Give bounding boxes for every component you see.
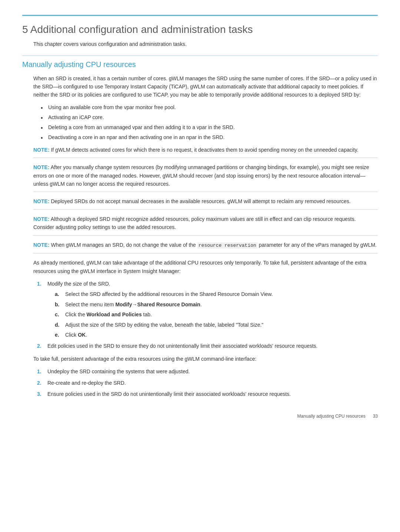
note-text-before: When gWLM manages an SRD, do not change … bbox=[51, 242, 197, 248]
list-item: Deactivating a core in an npar and then … bbox=[41, 134, 378, 141]
middle-paragraph: As already mentioned, gWLM can take adva… bbox=[33, 259, 378, 275]
sub-text-before: Select the menu item bbox=[65, 302, 115, 307]
note-text: If gWLM detects activated cores for whic… bbox=[51, 147, 358, 153]
step-number: 2. bbox=[37, 342, 41, 350]
sim-steps-list: 1. Modify the size of the SRD. a. Select… bbox=[37, 280, 378, 350]
bold-text: OK bbox=[78, 332, 86, 338]
sub-text: Select the SRD affected by the additiona… bbox=[65, 291, 273, 297]
sim-step-2: 2. Edit policies used in the SRD to ensu… bbox=[37, 342, 378, 350]
section-title: Manually adjusting CPU resources bbox=[22, 59, 378, 70]
section-divider bbox=[22, 55, 378, 56]
bullet-list: Using an available core from the vpar mo… bbox=[41, 104, 378, 141]
inline-code: resource reservation bbox=[197, 242, 257, 249]
section-body: When an SRD is created, it has a certain… bbox=[33, 74, 378, 398]
bold-text: Modify→Shared Resource Domain bbox=[115, 302, 200, 307]
sub-text-before: Click bbox=[65, 332, 78, 338]
sub-step-c: c. Click the Workload and Policies tab. bbox=[55, 310, 378, 319]
sub-label: c. bbox=[55, 310, 59, 319]
sub-text-before: Click the bbox=[65, 312, 87, 317]
note-text-after: parameter for any of the vPars managed b… bbox=[257, 242, 377, 248]
list-item: Deleting a core from an unmanaged vpar a… bbox=[41, 124, 378, 131]
cli-step-2: 2. Re-create and re-deploy the SRD. bbox=[37, 379, 378, 387]
cli-step-1: 1. Undeploy the SRD containing the syste… bbox=[37, 367, 378, 376]
cli-steps-list: 1. Undeploy the SRD containing the syste… bbox=[37, 367, 378, 398]
sub-label: b. bbox=[55, 300, 59, 309]
cli-step-3: 3. Ensure policies used in the SRD do no… bbox=[37, 390, 378, 398]
sub-text-after: . bbox=[86, 332, 87, 338]
note-label: NOTE: bbox=[33, 147, 50, 153]
note-1: NOTE: If gWLM detects activated cores fo… bbox=[33, 146, 378, 158]
sub-text-after: tab. bbox=[142, 312, 152, 317]
sub-step-a: a. Select the SRD affected by the additi… bbox=[55, 290, 378, 298]
footer-section-name: Manually adjusting CPU resources bbox=[297, 413, 366, 420]
note-label: NOTE: bbox=[33, 216, 50, 222]
note-2: NOTE: After you manually change system r… bbox=[33, 163, 378, 192]
list-item: Using an available core from the vpar mo… bbox=[41, 104, 378, 111]
top-border bbox=[22, 15, 378, 16]
step-text: Ensure policies used in the SRD do not u… bbox=[47, 391, 291, 397]
footer-page-number: 33 bbox=[373, 413, 378, 420]
step-text: Modify the size of the SRD. bbox=[47, 281, 110, 287]
step-text: Undeploy the SRD containing the systems … bbox=[47, 368, 190, 374]
sim-step-1: 1. Modify the size of the SRD. a. Select… bbox=[37, 280, 378, 339]
intro-paragraph: When an SRD is created, it has a certain… bbox=[33, 74, 378, 99]
note-label: NOTE: bbox=[33, 242, 50, 248]
note-label: NOTE: bbox=[33, 198, 50, 204]
step-number: 3. bbox=[37, 390, 41, 398]
sub-step-b: b. Select the menu item Modify→Shared Re… bbox=[55, 300, 378, 309]
cli-paragraph: To take full, persistent advantage of th… bbox=[33, 355, 378, 363]
sub-label: e. bbox=[55, 331, 59, 339]
sub-text: Adjust the size of the SRD by editing th… bbox=[65, 322, 263, 328]
note-text: After you manually change system resourc… bbox=[33, 164, 369, 187]
step-number: 2. bbox=[37, 379, 41, 387]
step-text: Re-create and re-deploy the SRD. bbox=[47, 380, 126, 386]
sub-text-after: . bbox=[200, 302, 202, 307]
sub-label: d. bbox=[55, 321, 59, 329]
step-number: 1. bbox=[37, 367, 41, 376]
note-4: NOTE: Although a deployed SRD might reco… bbox=[33, 215, 378, 236]
chapter-title: 5 Additional configuration and administr… bbox=[22, 23, 378, 36]
sub-step-d: d. Adjust the size of the SRD by editing… bbox=[55, 321, 378, 329]
sub-step-e: e. Click OK. bbox=[55, 331, 378, 339]
list-item: Activating an iCAP core. bbox=[41, 114, 378, 121]
step-number: 1. bbox=[37, 280, 41, 288]
footer-content: Manually adjusting CPU resources 33 bbox=[297, 413, 378, 420]
chapter-intro: This chapter covers various configuratio… bbox=[33, 40, 378, 48]
bold-text: Workload and Policies bbox=[87, 312, 142, 317]
note-text: Although a deployed SRD might recognize … bbox=[33, 216, 356, 230]
note-5: NOTE: When gWLM manages an SRD, do not c… bbox=[33, 241, 378, 254]
note-label: NOTE: bbox=[33, 164, 50, 170]
sub-steps-list: a. Select the SRD affected by the additi… bbox=[55, 290, 378, 339]
page-footer: Manually adjusting CPU resources 33 bbox=[22, 413, 378, 420]
step-text: Edit policies used in the SRD to ensure … bbox=[47, 343, 318, 349]
note-text: Deployed SRDs do not accept manual decre… bbox=[51, 198, 350, 204]
sub-label: a. bbox=[55, 290, 59, 298]
note-3: NOTE: Deployed SRDs do not accept manual… bbox=[33, 197, 378, 209]
